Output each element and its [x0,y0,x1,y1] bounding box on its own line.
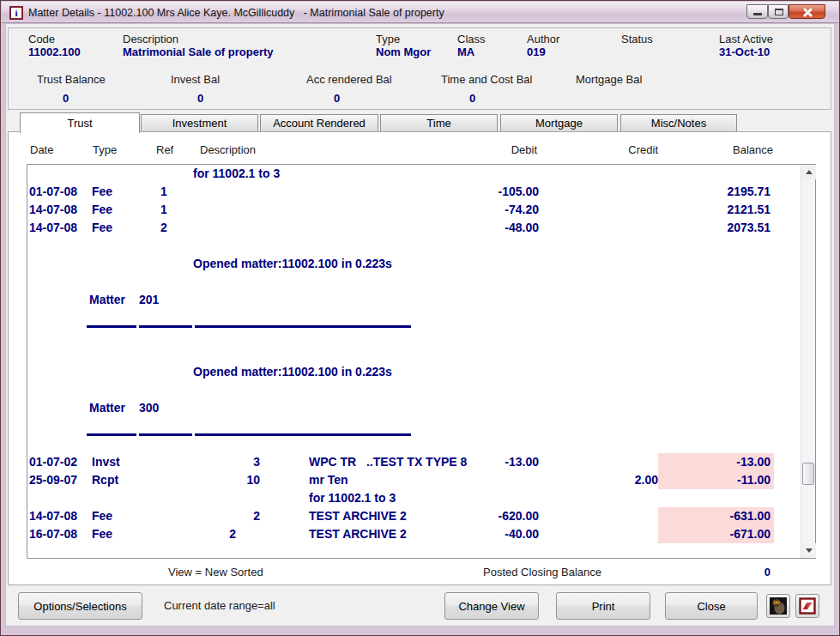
column-header-debit: Debit [430,143,537,156]
balance-labels: Trust BalanceInvest BalAcc rendered BalT… [1,73,840,87]
cell-ref: 2 [212,509,260,524]
owl-report-button[interactable] [766,594,790,618]
cell-type: Fee [92,221,112,235]
ledger-column-headers: DateTypeRefDescriptionDebitCreditBalance [1,143,840,157]
matter-info-values: 11002.100Matrimonial Sale of propertyNom… [1,45,840,59]
rule-line [195,325,411,328]
print-button[interactable]: Print [556,592,650,620]
tab-trust[interactable]: Trust [20,112,140,133]
ledger-row[interactable]: 14-07-08Fee2TEST ARCHIVE 2-620.00-631.00 [27,507,801,525]
cell-type: Invst [92,455,120,469]
ledger-row[interactable] [27,309,801,327]
matter-label: Matter [89,401,125,415]
ledger-row[interactable] [27,345,801,363]
ledger-row[interactable]: 14-07-08Fee1-74.202121.51 [27,201,801,219]
pdf-export-button[interactable] [795,594,819,618]
field-value-description: Matrimonial Sale of property [123,45,274,58]
cell-description: for 11002.1 to 3 [193,167,280,181]
tab-account-rendered[interactable]: Account Rendered [260,114,378,132]
column-header-description: Description [200,143,256,156]
ledger-row[interactable]: Matter201 [27,291,801,309]
balance-label-acc-rendered-bal: Acc rendered Bal [306,73,392,86]
titlebar[interactable]: i Matter Details - 11002.100 Mrs Alice K… [2,2,838,23]
ledger-row[interactable]: 25-09-07Rcpt10mr Ten2.00-11.00 [27,471,801,489]
pdf-acrobat-icon [799,597,816,615]
cell-debit: -40.00 [422,527,539,542]
balance-values: 0000 [1,92,840,106]
ledger-row[interactable]: Opened matter:11002.100 in 0.223s [27,255,801,273]
cell-date: 14-07-08 [29,203,77,217]
scrollbar-thumb[interactable] [802,463,814,485]
close-window-button[interactable] [789,4,825,19]
options-selections-button[interactable]: Options/Selections [18,592,142,620]
field-value-author: 019 [527,45,546,58]
cell-date: 14-07-08 [29,509,77,524]
cell-description: mr Ten [309,473,348,488]
cell-date: 01-07-08 [29,185,77,199]
cell-balance: 2121.51 [654,203,771,217]
ledger-row[interactable] [27,273,801,291]
cell-balance: 2073.51 [654,221,771,235]
ledger-row[interactable]: 01-07-02Invst3WPC TR ..TEST TX TYPE 8-13… [27,453,801,471]
date-range-label: Current date range=all [164,599,275,612]
ledger-row[interactable]: Matter300 [27,399,801,417]
tab-mortgage[interactable]: Mortgage [500,114,618,132]
vertical-scrollbar[interactable] [801,165,815,558]
field-value-last-active: 31-Oct-10 [719,45,770,58]
ledger-row[interactable] [27,237,801,255]
cell-date: 16-07-08 [29,527,77,542]
ledger-row[interactable] [27,417,801,435]
balance-value-trust-balance: 0 [63,92,69,105]
field-label-status: Status [621,33,653,45]
balance-value-invest-bal: 0 [197,92,203,105]
app-icon-glyph: i [15,8,17,18]
tab-investment[interactable]: Investment [141,114,258,132]
cell-date: 01-07-02 [29,455,77,469]
column-header-balance: Balance [670,143,773,156]
rule-line [195,433,411,436]
info-icon[interactable]: i [9,6,23,20]
field-label-description: Description [123,33,178,45]
cell-balance: -631.00 [654,509,771,524]
ledger-row[interactable]: for 11002.1 to 3 [27,165,801,183]
ledger-row[interactable]: for 11002.1 to 3 [27,489,801,507]
arrow-down-icon [806,548,813,553]
scroll-down-button[interactable] [801,543,816,558]
change-view-button[interactable]: Change View [444,592,539,620]
scroll-up-button[interactable] [801,165,816,179]
ledger-row[interactable] [27,327,801,345]
ledger-row[interactable]: 14-07-08Fee2-48.002073.51 [27,219,801,237]
close-button[interactable]: Close [665,592,758,620]
posted-closing-balance-value: 0 [670,566,771,578]
balance-label-invest-bal: Invest Bal [171,73,220,86]
tab-misc-notes[interactable]: Misc/Notes [620,114,737,132]
ledger-row[interactable] [27,381,801,399]
minimize-icon [753,13,762,15]
matter-number: 300 [139,401,159,415]
ledger-row[interactable]: 01-07-08Fee1-105.002195.71 [27,183,801,201]
arrow-up-icon [806,170,813,174]
field-value-type: Nom Mgor [376,45,431,58]
cell-debit: -620.00 [422,509,539,524]
minimize-button[interactable] [746,4,768,19]
tab-time[interactable]: Time [380,114,498,132]
ledger-rows: for 11002.1 to 301-07-08Fee1-105.002195.… [27,165,801,558]
maximize-button[interactable] [768,4,789,19]
cell-ref: 2 [188,527,236,542]
cell-debit: -105.00 [422,185,539,199]
field-value-code: 11002.100 [28,45,81,58]
field-label-author: Author [527,33,559,45]
rule-line [139,433,192,436]
matter-number: 201 [139,293,159,307]
cell-ref: 2 [160,221,167,235]
cell-ref: 10 [212,473,260,488]
ledger-row[interactable]: Opened matter:11002.100 in 0.223s [27,363,801,381]
field-label-type: Type [376,33,400,45]
trust-ledger-list[interactable]: for 11002.1 to 301-07-08Fee1-105.002195.… [27,164,816,559]
column-header-credit: Credit [555,143,658,156]
rule-line [87,325,136,328]
cell-type: Rcpt [92,473,118,488]
ledger-row[interactable] [27,435,801,453]
ledger-row[interactable]: 16-07-08Fee2TEST ARCHIVE 2-40.00-671.00 [27,525,801,543]
cell-balance: -671.00 [654,527,771,542]
